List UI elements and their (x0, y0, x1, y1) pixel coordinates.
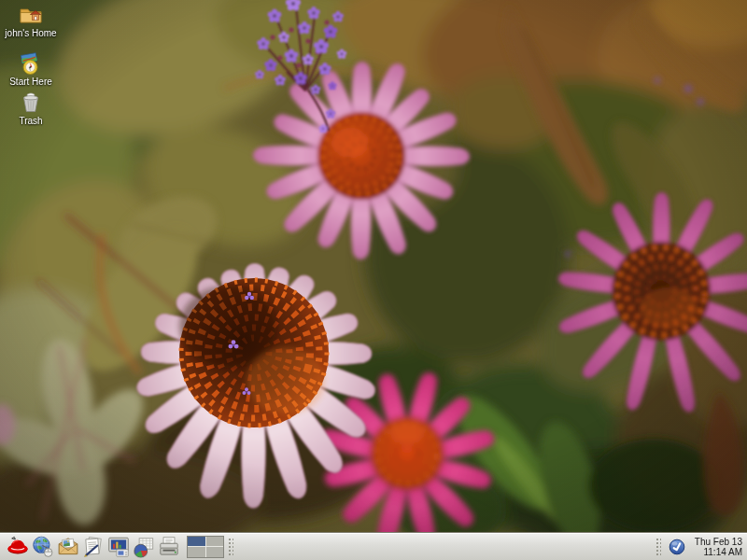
panel-drag-handle[interactable] (227, 537, 233, 557)
start-here-icon (19, 51, 43, 76)
presentation-button[interactable] (106, 534, 131, 560)
email-button[interactable] (55, 534, 80, 560)
panel-right-side: Thu Feb 13 11:14 AM (652, 537, 747, 557)
desktop-icon-start-here[interactable]: Start Here (0, 51, 62, 87)
envelope-icon (56, 535, 80, 559)
trash-icon (19, 91, 43, 115)
update-notification[interactable] (669, 539, 685, 555)
wallpaper-coneflowers (0, 0, 747, 532)
panel-clock[interactable]: Thu Feb 13 11:14 AM (690, 537, 742, 557)
documents-pen-icon (81, 535, 106, 559)
spreadsheet-button[interactable] (131, 534, 156, 560)
workspace-2[interactable] (206, 537, 224, 547)
word-processor-button[interactable] (80, 534, 106, 560)
main-menu-button[interactable] (5, 534, 30, 560)
panel-launchers (0, 534, 181, 560)
panel-drag-handle-right[interactable] (655, 537, 661, 557)
desktop-icon-johns-home[interactable]: john's Home (0, 3, 62, 38)
desktop-icon-label: Start Here (9, 77, 52, 87)
web-browser-button[interactable] (30, 534, 55, 560)
home-folder-icon (19, 3, 43, 27)
workspace-3[interactable] (188, 547, 205, 557)
clock-time: 11:14 AM (690, 547, 742, 557)
clock-date: Thu Feb 13 (690, 537, 742, 547)
desktop-icon-trash[interactable]: Trash (0, 91, 62, 126)
workspace-switcher[interactable] (187, 536, 224, 558)
desktop-screen: john's Home Start Here Trash (0, 0, 747, 560)
update-check-icon (669, 539, 685, 555)
bottom-panel: Thu Feb 13 11:14 AM (0, 532, 747, 560)
pie-chart-spreadsheet-icon (132, 535, 156, 559)
red-hat-menu-icon (6, 535, 30, 559)
printer-icon (157, 535, 181, 559)
print-manager-button[interactable] (156, 534, 181, 560)
workspace-4[interactable] (206, 547, 224, 557)
workspace-1[interactable] (188, 537, 205, 547)
desktop-icon-label: john's Home (5, 28, 56, 38)
presentation-screen-icon (106, 535, 131, 559)
desktop-icon-label: Trash (19, 116, 42, 126)
globe-mouse-icon (31, 535, 55, 559)
